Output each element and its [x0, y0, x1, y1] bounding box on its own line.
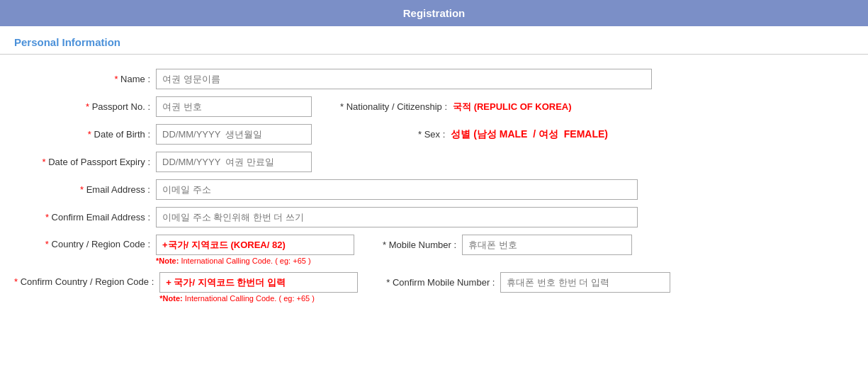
confirm-country-note: *Note: International Calling Code. ( eg:… [159, 294, 358, 303]
confirm-country-mobile-row: * Confirm Country / Region Code : *Note:… [14, 272, 854, 303]
section-title: Personal Information [0, 26, 868, 55]
confirm-mobile-label: * Confirm Mobile Number : [386, 277, 495, 288]
country-code-section: *Note: International Calling Code. ( eg:… [156, 235, 354, 265]
email-input[interactable] [156, 179, 638, 200]
dob-sex-row: * Date of Birth : * Sex : 성별 (남성 MALE / … [14, 124, 854, 145]
sex-value: 성별 (남성 MALE / 여성 FEMALE) [451, 128, 608, 141]
country-mobile-row: * Country / Region Code : *Note: Interna… [14, 235, 854, 265]
confirm-email-input[interactable] [156, 207, 638, 227]
confirm-country-input[interactable] [159, 272, 358, 293]
name-label: * Name : [14, 74, 156, 84]
passport-nationality-row: * Passport No. : * Nationality / Citizen… [14, 96, 854, 117]
mobile-label: * Mobile Number : [383, 240, 456, 250]
mobile-input[interactable] [462, 235, 632, 255]
sex-section: * Sex : 성별 (남성 MALE / 여성 FEMALE) [326, 128, 608, 141]
country-code-input[interactable] [156, 235, 354, 255]
name-input[interactable] [156, 69, 652, 89]
sex-label: * Sex : [418, 129, 445, 140]
confirm-mobile-input[interactable] [500, 272, 670, 293]
dob-input[interactable] [156, 124, 312, 145]
confirm-country-label: * Confirm Country / Region Code : [14, 272, 159, 287]
confirm-mobile-section: * Confirm Mobile Number : [386, 272, 670, 293]
nationality-value: 국적 (REPULIC OF KOREA) [453, 101, 572, 113]
confirm-email-row: * Confirm Email Address : [14, 207, 854, 227]
confirm-country-section: *Note: International Calling Code. ( eg:… [159, 272, 358, 303]
name-row: * Name : [14, 69, 854, 89]
nationality-label: * Nationality / Citizenship : [340, 101, 447, 112]
passport-input[interactable] [156, 96, 312, 117]
email-label: * Email Address : [14, 184, 156, 195]
dob-label: * Date of Birth : [14, 129, 156, 140]
email-row: * Email Address : [14, 179, 854, 200]
confirm-email-label: * Confirm Email Address : [14, 212, 156, 223]
form-container: * Name : * Passport No. : * Nationality … [0, 62, 868, 324]
nationality-section: * Nationality / Citizenship : 국적 (REPULI… [340, 101, 572, 113]
header-title: Registration [403, 7, 466, 19]
page-header: Registration [0, 0, 868, 26]
passport-label: * Passport No. : [14, 101, 156, 112]
mobile-section: * Mobile Number : [383, 235, 632, 255]
passport-expiry-label: * Date of Passport Expiry : [14, 157, 156, 167]
passport-expiry-input[interactable] [156, 152, 312, 172]
passport-expiry-row: * Date of Passport Expiry : [14, 152, 854, 172]
country-code-label: * Country / Region Code : [14, 235, 156, 249]
country-code-note: *Note: International Calling Code. ( eg:… [156, 257, 354, 265]
